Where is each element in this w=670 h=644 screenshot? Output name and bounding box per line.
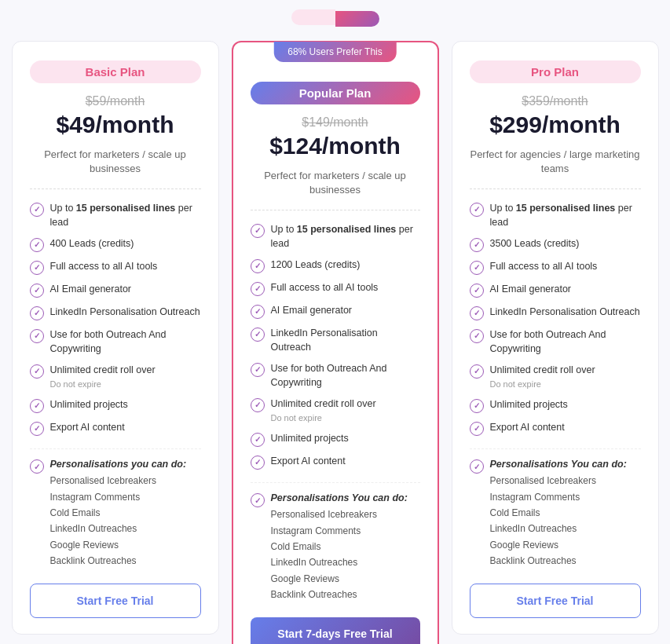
cta-button-basic[interactable]: Start Free Trial	[30, 584, 201, 618]
feature-item: Up to 15 personalised lines per lead	[470, 202, 641, 229]
check-icon	[470, 399, 484, 413]
check-icon	[30, 261, 44, 275]
feature-item: Unlimited credit roll overDo not expire	[251, 397, 420, 424]
price-old-pro: $359/month	[470, 94, 641, 108]
check-icon	[30, 284, 44, 298]
personalisation-content: Personalisations You can do: Personalise…	[490, 459, 627, 569]
feature-text: Full access to all AI tools	[490, 260, 598, 274]
personalisation-feature: Personalisations you can do: Personalise…	[30, 459, 201, 569]
feature-text: Unlimited projects	[50, 398, 128, 412]
personalisations-title: Personalisations you can do:	[50, 459, 187, 470]
check-icon	[251, 305, 265, 319]
check-icon	[251, 327, 265, 342]
price-new-pro: $299/month	[470, 112, 641, 138]
personalisations-title: Personalisations You can do:	[271, 492, 408, 503]
feature-text: Use for both Outreach And Copywriting	[271, 362, 420, 390]
feature-text: AI Email generator	[271, 304, 353, 318]
feature-text: Unlimited credit roll overDo not expire	[271, 397, 376, 424]
feature-text: 3500 Leads (credits)	[490, 237, 580, 251]
feature-item: Up to 15 personalised lines per lead	[251, 223, 420, 251]
price-new-popular: $124/month	[251, 133, 420, 159]
pricing-card-popular: 68% Users Prefer ThisPopular Plan$149/mo…	[232, 41, 439, 644]
feature-text: 400 Leads (credits)	[50, 237, 134, 251]
check-icon	[251, 398, 265, 412]
features-list-basic: Up to 15 personalised lines per lead 400…	[30, 202, 201, 436]
feature-item: 400 Leads (credits)	[30, 237, 201, 252]
feature-item: LinkedIn Personalisation Outreach	[251, 327, 420, 354]
personalisation-content: Personalisations You can do: Personalise…	[271, 492, 408, 602]
check-icon	[251, 224, 265, 238]
feature-item: 1200 Leads (credits)	[251, 258, 420, 273]
check-icon	[30, 364, 44, 379]
personalisation-list: Personalised IcebreakersInstagram Commen…	[490, 473, 627, 569]
billing-toggle	[16, 8, 654, 27]
feature-sub-note: Do not expire	[271, 412, 376, 424]
feature-item: Up to 15 personalised lines per lead	[30, 202, 201, 229]
feature-item: Unlimited credit roll overDo not expire	[470, 364, 641, 390]
plan-desc-popular: Perfect for marketers / scale up busines…	[251, 169, 420, 210]
pricing-card-basic: Basic Plan$59/month$49/monthPerfect for …	[12, 41, 219, 635]
personalisations-section-pro: Personalisations You can do: Personalise…	[470, 448, 641, 569]
pricing-card-pro: Pro Plan$359/month$299/monthPerfect for …	[452, 41, 659, 635]
feature-text: Unlimited projects	[271, 432, 349, 446]
check-icon	[251, 259, 265, 273]
personalisation-list: Personalised IcebreakersInstagram Commen…	[50, 473, 187, 569]
plan-desc-pro: Perfect for agencies / large marketing t…	[470, 148, 641, 189]
feature-text: Export AI content	[271, 455, 346, 469]
feature-item: Export AI content	[30, 421, 201, 436]
check-icon	[470, 364, 484, 379]
feature-text: AI Email generator	[50, 283, 132, 297]
feature-item: AI Email generator	[30, 283, 201, 298]
check-icon	[470, 306, 484, 320]
monthly-toggle-button[interactable]	[291, 9, 335, 25]
feature-item: Export AI content	[251, 455, 420, 470]
feature-text: 1200 Leads (credits)	[271, 258, 361, 273]
check-icon	[470, 261, 484, 275]
check-icon	[470, 329, 484, 343]
feature-text: Use for both Outreach And Copywriting	[490, 328, 641, 356]
feature-item: Use for both Outreach And Copywriting	[470, 328, 641, 356]
price-new-basic: $49/month	[30, 112, 201, 138]
yearly-toggle-button[interactable]	[335, 11, 379, 27]
check-icon	[30, 422, 44, 436]
personalisation-feature: Personalisations You can do: Personalise…	[251, 492, 420, 602]
check-icon	[251, 282, 265, 296]
feature-text: Use for both Outreach And Copywriting	[50, 328, 201, 356]
feature-text: Unlimited credit roll overDo not expire	[50, 364, 156, 390]
feature-text: Unlimited credit roll overDo not expire	[490, 364, 595, 390]
feature-text: Up to 15 personalised lines per lead	[490, 202, 641, 229]
feature-text: Full access to all AI tools	[271, 281, 379, 295]
personalisation-list: Personalised IcebreakersInstagram Commen…	[271, 507, 408, 602]
check-icon	[30, 459, 44, 474]
feature-item: Unlimited credit roll overDo not expire	[30, 364, 201, 390]
feature-item: Unlimited projects	[251, 432, 420, 447]
personalisations-section-popular: Personalisations You can do: Personalise…	[251, 482, 420, 602]
feature-item: 3500 Leads (credits)	[470, 237, 641, 252]
feature-item: AI Email generator	[251, 304, 420, 319]
check-icon	[251, 456, 265, 470]
feature-item: Unlimited projects	[30, 398, 201, 413]
feature-item: Use for both Outreach And Copywriting	[30, 328, 201, 356]
feature-item: LinkedIn Personalisation Outreach	[470, 306, 641, 320]
check-icon	[470, 284, 484, 298]
plan-name-pro: Pro Plan	[470, 60, 641, 83]
feature-text: Export AI content	[50, 421, 125, 435]
feature-item: Full access to all AI tools	[251, 281, 420, 296]
check-icon	[30, 329, 44, 343]
feature-item: Full access to all AI tools	[30, 260, 201, 275]
personalisations-title: Personalisations You can do:	[490, 459, 627, 470]
cta-button-pro[interactable]: Start Free Trial	[470, 584, 641, 618]
feature-text: Full access to all AI tools	[50, 260, 158, 274]
features-list-popular: Up to 15 personalised lines per lead 120…	[251, 223, 420, 470]
check-icon	[470, 238, 484, 252]
check-icon	[251, 493, 265, 507]
feature-text: Export AI content	[490, 421, 565, 435]
cta-button-popular[interactable]: Start 7-days Free Trial	[251, 617, 420, 644]
check-icon	[251, 433, 265, 447]
check-icon	[30, 238, 44, 252]
check-icon	[470, 203, 484, 217]
personalisation-feature: Personalisations You can do: Personalise…	[470, 459, 641, 569]
price-old-popular: $149/month	[251, 115, 420, 130]
features-list-pro: Up to 15 personalised lines per lead 350…	[470, 202, 641, 436]
check-icon	[30, 399, 44, 413]
